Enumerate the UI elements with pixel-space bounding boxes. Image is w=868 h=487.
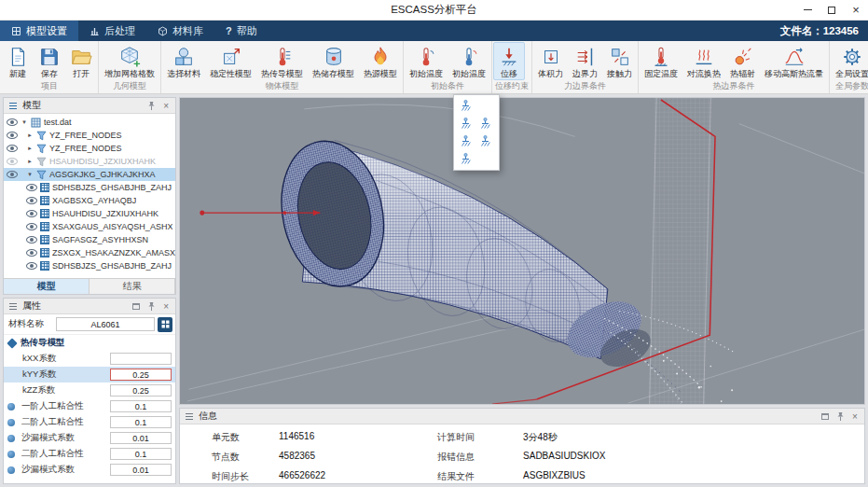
initial-temperature-button-2[interactable]: 初始温度 [448,42,490,80]
save-button[interactable]: 保存 [34,42,65,80]
property-row-kxx[interactable]: kXX系数 [4,351,175,367]
property-row[interactable]: 二阶人工粘合性 0.1 [4,414,175,430]
property-value-input[interactable]: 0.1 [110,448,172,460]
ribbon-button-label: 移动高斯热流量 [765,69,823,78]
visibility-eye-icon[interactable] [26,184,37,191]
tree-item[interactable]: XSAXGAUS_AISYAQSH_ASHX [4,220,175,233]
pin-icon[interactable] [145,101,157,111]
visibility-eye-icon[interactable] [26,197,37,204]
contact-force-button[interactable]: 接触力 [602,42,637,80]
global-settings-button[interactable]: 全局设置 [831,42,868,80]
pin-icon[interactable] [145,301,157,312]
property-row[interactable]: 一阶人工粘合性 0.1 [4,398,175,414]
float-window-icon[interactable] [820,413,831,420]
property-row[interactable]: 沙漏模式系数 0.01 [4,462,175,478]
initial-temperature-button[interactable]: 初始温度 [405,42,448,80]
tree-item[interactable]: YZ_FREE_NODES [4,142,175,155]
workspace: 模型 × test.dat Y [0,94,868,487]
tab-post-process[interactable]: 后处理 [78,21,146,41]
tree-item[interactable]: SDHSBJZS_GHSABJHB_ZAHJ [4,259,175,272]
property-value-input[interactable]: 0.25 [110,384,172,397]
visibility-eye-icon[interactable] [26,210,37,217]
material-picker-button[interactable] [158,317,172,332]
displacement-option-icon[interactable] [478,134,492,148]
tab-help[interactable]: ? 帮助 [214,21,269,41]
visibility-eye-icon[interactable] [7,171,18,178]
tree-list-icon [7,102,19,110]
visibility-eye-icon[interactable] [7,145,18,152]
tree-item[interactable]: XAGBSXG_AYHAQBJ [4,194,175,207]
tree-item[interactable]: ZSXGX_HSAKAZNZXK_AMASX [4,246,175,259]
stability-model-button[interactable]: 稳定性模型 [205,42,256,80]
ribbon-group-label: 热边界条件 [640,80,828,94]
tree-item[interactable]: SAGFASGZ_ASYHHXSN [4,233,175,246]
visibility-eye-icon[interactable] [26,236,37,244]
maximize-icon[interactable] [820,0,844,20]
tree-item[interactable]: SDHSBJZS_GHSABJHB_ZAHJ [4,181,175,194]
property-value-input[interactable] [110,353,172,365]
float-window-icon[interactable] [131,303,142,310]
tree-item-root[interactable]: test.dat [4,116,175,129]
displacement-option-icon[interactable] [459,99,473,113]
visibility-eye-icon[interactable] [26,249,37,257]
viewport-3d[interactable] [179,97,865,405]
property-value-input[interactable]: 0.01 [110,432,172,444]
boundary-force-button[interactable]: 边界力 [568,42,602,80]
displacement-option-icon[interactable] [459,134,473,148]
ribbon-button-label: 打开 [73,69,90,78]
visibility-eye-icon[interactable] [7,132,18,139]
heat-storage-model-button[interactable]: 热储存模型 [308,42,359,80]
select-material-button[interactable]: 选择材料 [162,42,205,80]
property-value-input[interactable]: 0.01 [110,464,172,476]
tree-item-selected[interactable]: AGSGKJKG_GJHKAJKHXA [4,168,175,181]
tab-model[interactable]: 模型 [4,279,90,294]
left-column: 模型 × test.dat Y [3,97,176,484]
tab-model-settings[interactable]: 模型设置 [0,21,78,41]
properties-title: 属性 [22,299,41,313]
mesh-scene [180,98,864,404]
property-value-input[interactable]: 0.25 [110,369,172,381]
conduction-model-section[interactable]: 热传导模型 [4,335,175,351]
pin-icon[interactable] [834,411,846,422]
property-value-input[interactable]: 0.1 [110,400,172,412]
app-window: ESCASS分析平台 × 模型设置 后处理 材料库 ? 帮助 文件名：12345… [0,0,868,487]
conduction-model-button[interactable]: 热传导模型 [256,42,308,80]
menu-tab-label: 模型设置 [26,24,67,38]
fixed-temperature-button[interactable]: 固定温度 [640,42,682,80]
minimize-icon[interactable] [795,0,820,20]
close-icon[interactable]: × [849,411,861,422]
tab-material-library[interactable]: 材料库 [146,21,214,41]
visibility-eye-icon[interactable] [7,158,18,165]
close-icon[interactable]: × [844,0,868,20]
moving-gauss-flux-button[interactable]: 移动高斯热流量 [760,42,828,80]
new-button[interactable]: 新建 [2,42,34,80]
convection-button[interactable]: 对流换热 [682,42,725,80]
property-value-input[interactable]: 0.1 [110,416,172,428]
close-icon[interactable]: × [160,301,172,312]
material-name-input[interactable]: AL6061 [56,317,155,331]
visibility-eye-icon[interactable] [26,262,37,270]
tab-results[interactable]: 结果 [90,279,175,294]
displacement-option-icon[interactable] [478,117,492,131]
property-row-kzz[interactable]: kZZ系数 0.25 [4,383,175,398]
tree-item-hidden[interactable]: HSAUHDISU_JZXIUXHAHK [4,155,175,168]
ribbon-button-label: 初始温度 [452,69,486,78]
visibility-eye-icon[interactable] [26,223,37,230]
property-row[interactable]: 沙漏模式系数 0.01 [4,430,175,446]
open-button[interactable]: 打开 [65,42,97,80]
close-icon[interactable]: × [160,101,172,111]
tree-item[interactable]: HSAUHDISU_JZXIUXHAHK [4,207,175,220]
displacement-option-icon[interactable] [459,152,473,166]
displacement-button[interactable]: 位移 [493,42,525,80]
refine-mesh-button[interactable]: 增加网格格数 [100,42,159,80]
visibility-eye-icon[interactable] [7,118,18,126]
displacement-option-icon[interactable] [459,117,473,131]
property-row-kyy-selected[interactable]: kYY系数 0.25 [4,367,175,383]
material-library-icon [158,26,168,36]
heat-source-model-button[interactable]: 热源模型 [359,42,402,80]
menu-tab-label: 帮助 [237,24,257,38]
body-force-button[interactable]: 体积力 [533,42,568,80]
radiation-button[interactable]: 热辐射 [725,42,760,80]
tree-item[interactable]: YZ_FREE_NODES [4,129,175,142]
property-row[interactable]: 二阶人工粘合性 0.1 [4,446,175,462]
